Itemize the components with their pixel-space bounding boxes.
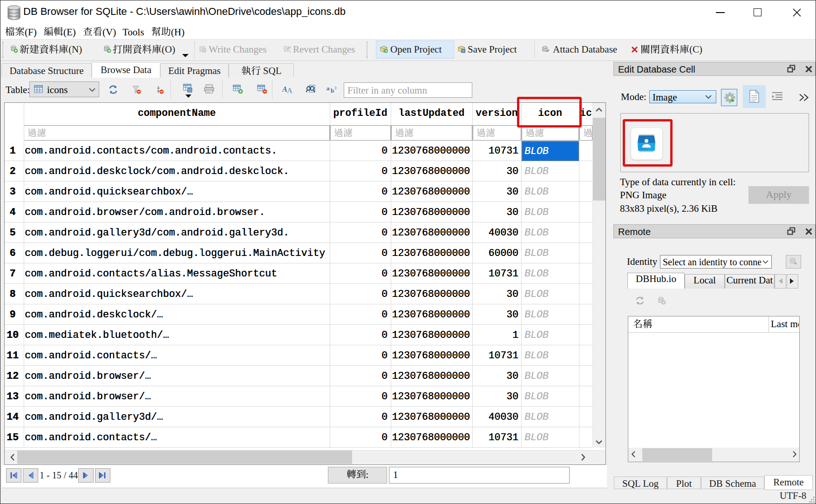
- svg-text:b: b: [331, 87, 334, 94]
- svg-text:a: a: [326, 85, 330, 92]
- svg-text:A: A: [287, 87, 292, 94]
